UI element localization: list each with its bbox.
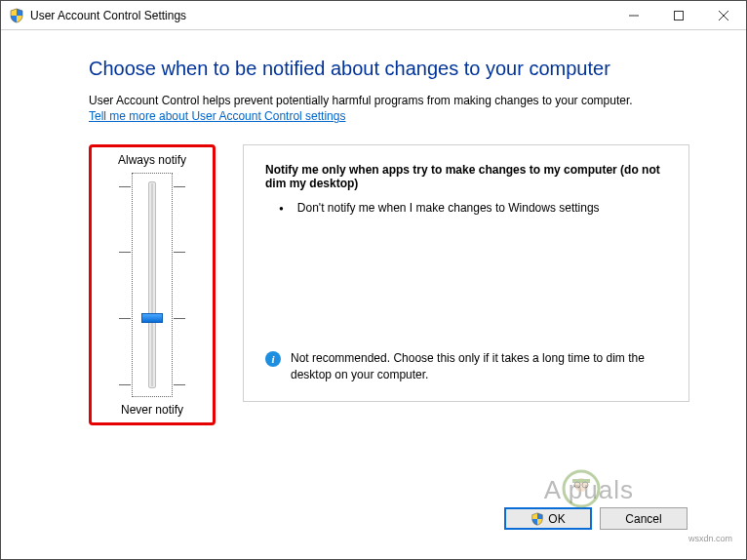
- slider-track[interactable]: [148, 181, 156, 388]
- slider-tick: [119, 186, 131, 187]
- page-heading: Choose when to be notified about changes…: [89, 58, 678, 80]
- cancel-button[interactable]: Cancel: [600, 507, 688, 530]
- source-watermark: wsxdn.com: [688, 534, 732, 543]
- maximize-icon: [674, 11, 684, 20]
- slider-bottom-label: Never notify: [121, 403, 183, 417]
- titlebar: User Account Control Settings: [1, 1, 746, 30]
- minimize-icon: [629, 11, 639, 20]
- panel-bullet: ● Don't notify me when I make changes to…: [279, 200, 667, 218]
- panel-note: i Not recommended. Choose this only if i…: [265, 350, 667, 383]
- cancel-button-label: Cancel: [625, 512, 661, 526]
- main-row: Always notify Never notify: [89, 144, 689, 425]
- dialog-buttons: OK Cancel: [504, 507, 688, 530]
- info-icon: i: [265, 351, 281, 367]
- help-link[interactable]: Tell me more about User Account Control …: [89, 109, 345, 123]
- slider-tick: [119, 384, 131, 385]
- minimize-button[interactable]: [611, 1, 656, 29]
- window-title: User Account Control Settings: [30, 9, 186, 22]
- panel-note-text: Not recommended. Choose this only if it …: [291, 350, 667, 383]
- description-panel: Notify me only when apps try to make cha…: [243, 144, 689, 402]
- uac-shield-icon: [531, 512, 544, 526]
- window-controls: [611, 1, 746, 29]
- slider-tick: [174, 252, 185, 253]
- slider-top-label: Always notify: [118, 153, 186, 167]
- panel-bullet-text: Don't notify me when I make changes to W…: [297, 200, 600, 218]
- panel-title: Notify me only when apps try to make cha…: [265, 163, 667, 190]
- slider-tick: [119, 252, 131, 253]
- maximize-button[interactable]: [656, 1, 701, 29]
- page-subtext: User Account Control helps prevent poten…: [89, 94, 678, 107]
- slider-tick: [174, 318, 185, 319]
- window-frame: User Account Control Settings Choose whe…: [0, 0, 747, 560]
- slider-track-container: [132, 173, 173, 397]
- slider-tick: [119, 318, 131, 319]
- slider-thumb[interactable]: [141, 313, 163, 323]
- content-area: Choose when to be notified about changes…: [1, 30, 746, 559]
- uac-shield-icon: [9, 8, 24, 23]
- svg-rect-1: [675, 11, 684, 20]
- ok-button-label: OK: [548, 512, 565, 526]
- bullet-icon: ●: [279, 200, 284, 218]
- ok-button[interactable]: OK: [504, 507, 592, 530]
- close-button[interactable]: [701, 1, 746, 29]
- notification-slider-group: Always notify Never notify: [89, 144, 216, 425]
- slider-tick: [174, 384, 185, 385]
- close-icon: [719, 11, 728, 20]
- slider-tick: [174, 186, 185, 187]
